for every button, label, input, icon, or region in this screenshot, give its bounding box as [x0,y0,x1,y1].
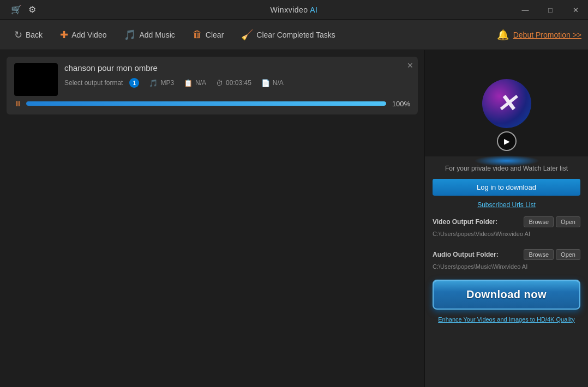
video-folder-path: C:\Users\popes\Videos\Winxvideo AI [433,231,580,237]
back-button[interactable]: ↻ Back [7,26,50,44]
task-meta-row: Select output format 1 🎵 MP3 📋 N/A ⏱ [64,78,410,88]
gear-icon[interactable]: ⚙ [28,4,36,15]
promo-area[interactable]: 🔔 Debut Promotion >> [497,29,581,41]
add-video-icon: ✚ [60,29,68,41]
audio-folder-label: Audio Output Folder: [433,251,521,258]
minimize-button[interactable]: — [513,0,538,20]
task-thumbnail [14,63,58,96]
bell-icon: 🔔 [497,29,509,41]
main-content: ✕ chanson pour mon ombre Select output f… [0,50,588,387]
add-video-button[interactable]: ✚ Add Video [52,26,114,44]
enhance-link[interactable]: Enhance Your Videos and Images to HD/4K … [433,316,580,323]
cart-icon[interactable]: 🛒 [11,4,22,15]
left-panel: ✕ chanson pour mon ombre Select output f… [0,50,424,387]
progress-bar [26,101,386,106]
back-icon: ↻ [14,29,22,41]
logo-wrap: ✕ [482,79,531,128]
app-logo: ✕ [482,79,531,128]
promo-text: Debut Promotion >> [513,31,581,39]
download-now-button[interactable]: Download now [433,280,580,310]
clock-icon: ⏱ [216,79,223,87]
close-button[interactable]: ✕ [563,0,588,20]
right-content: For your private video and Watch Later l… [425,156,588,387]
video-folder-row: Video Output Folder: Browse Open [433,216,580,227]
task-title: chanson pour mon ombre [64,63,410,72]
meta-size: 📋 N/A [184,79,206,87]
progress-percent: 100% [391,100,410,108]
subscribed-urls-link[interactable]: Subscribed Urls List [433,201,580,209]
app-title: Winxvideo AI [271,5,318,14]
window-controls: — □ ✕ [513,0,588,20]
logo-glow [474,155,539,166]
toolbar: ↻ Back ✚ Add Video 🎵 Add Music 🗑 Clear 🧹… [0,20,588,50]
audio-folder-path: C:\Users\popes\Music\Winxvideo AI [433,263,580,270]
task-card: ✕ chanson pour mon ombre Select output f… [7,57,418,114]
add-music-button[interactable]: 🎵 Add Music [116,26,182,44]
video-browse-button[interactable]: Browse [524,216,554,227]
maximize-button[interactable]: □ [538,0,563,20]
add-music-icon: 🎵 [124,29,136,41]
format-icon: 🎵 [149,79,158,87]
audio-output-section: Audio Output Folder: Browse Open C:\User… [433,249,580,274]
progress-bar-fill [26,101,386,106]
play-button[interactable] [497,131,517,151]
format-selector-label: Select output format [64,79,123,87]
audio-open-button[interactable]: Open [556,249,580,260]
video-preview: ✕ [425,50,588,156]
progress-row: ⏸ 100% [14,99,410,108]
video-open-button[interactable]: Open [556,216,580,227]
title-bar: 🛒 ⚙ Winxvideo AI — □ ✕ [0,0,588,20]
clear-button[interactable]: 🗑 Clear [185,26,231,44]
login-button[interactable]: Log in to download [433,179,580,196]
task-info: chanson pour mon ombre Select output for… [64,63,410,88]
format-badge: 1 [129,78,139,88]
task-close-button[interactable]: ✕ [407,61,413,70]
meta-duration: ⏱ 00:03:45 [216,79,251,87]
format-selector[interactable]: Select output format 1 [64,78,139,88]
trash-icon: 🗑 [193,29,202,40]
audio-browse-button[interactable]: Browse [524,249,554,260]
clear-completed-icon: 🧹 [241,29,253,41]
audio-folder-row: Audio Output Folder: Browse Open [433,249,580,260]
pause-button[interactable]: ⏸ [14,99,22,108]
video-folder-label: Video Output Folder: [433,218,521,226]
meta-output-size: 📄 N/A [261,79,284,87]
meta-format: 🎵 MP3 [149,79,174,87]
size-icon: 📋 [184,79,193,87]
file-icon: 📄 [261,79,270,87]
right-panel: ✕ For your private video and Watch Later… [424,50,588,387]
video-output-section: Video Output Folder: Browse Open C:\User… [433,216,580,241]
clear-completed-button[interactable]: 🧹 Clear Completed Tasks [233,26,343,44]
task-top: chanson pour mon ombre Select output for… [14,63,410,96]
